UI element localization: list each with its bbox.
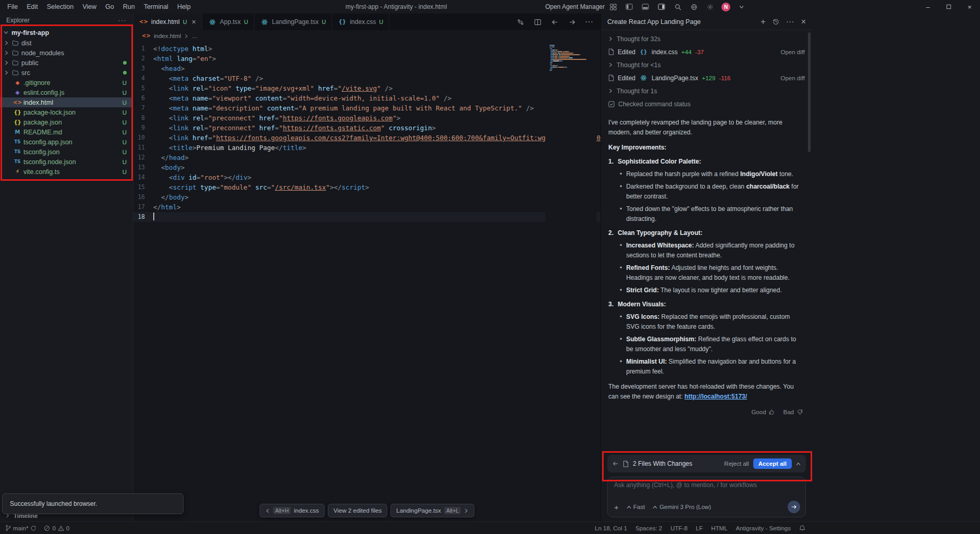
status-item[interactable]: LF	[696, 525, 703, 531]
send-button[interactable]	[788, 501, 800, 513]
code-line[interactable]: 11 <title>Premium Landing Page</title>	[133, 143, 601, 153]
code-line[interactable]: 18	[133, 212, 601, 222]
explorer-root-folder[interactable]: my-first-app	[0, 27, 133, 38]
tab-LandingPage.tsx[interactable]: LandingPage.tsxU	[254, 14, 332, 30]
explorer-item-package.json[interactable]: {}package.jsonU	[0, 117, 133, 127]
explorer-item-.gitignore[interactable]: ◆.gitignoreU	[0, 78, 133, 88]
navigate-forward-icon[interactable]	[567, 17, 577, 27]
breadcrumb-item-file[interactable]: index.html	[154, 33, 181, 39]
explorer-item-README.md[interactable]: MREADME.mdU	[0, 127, 133, 137]
layout-panel-bottom-icon[interactable]	[641, 2, 650, 11]
code-line[interactable]: 15 <script type="module" src="/src/main.…	[133, 182, 601, 192]
new-conversation-icon[interactable]: +	[761, 17, 765, 27]
git-branch-indicator[interactable]: main*	[5, 525, 36, 531]
menu-view[interactable]: View	[78, 2, 101, 11]
breadcrumb-ellipsis[interactable]: ...	[192, 33, 197, 39]
more-actions-icon[interactable]: ···	[118, 17, 127, 24]
minimap[interactable]	[545, 44, 596, 521]
problems-indicator[interactable]: 0 0	[44, 525, 69, 531]
search-icon[interactable]	[673, 2, 682, 11]
code-line[interactable]: 12 </head>	[133, 153, 601, 163]
code-line[interactable]: 5 <link rel="icon" type="image/svg+xml" …	[133, 83, 601, 93]
explorer-item-public[interactable]: public	[0, 58, 133, 68]
history-icon[interactable]	[773, 17, 779, 27]
more-actions-icon[interactable]: ···	[786, 17, 794, 27]
code-line[interactable]: 14 <div id="root"></div>	[133, 172, 601, 182]
open-diff-button[interactable]: Open diff	[781, 75, 805, 81]
menu-run[interactable]: Run	[119, 2, 139, 11]
feedback-bad-button[interactable]: Bad	[783, 409, 803, 415]
scrollbar-thumb[interactable]	[808, 32, 811, 152]
globe-icon[interactable]	[689, 2, 699, 11]
prev-file-chip[interactable]: Alt+H index.css	[260, 504, 325, 517]
layout-panel-right-icon[interactable]	[657, 2, 666, 11]
navigate-back-icon[interactable]	[550, 17, 559, 27]
bell-icon[interactable]	[799, 525, 805, 531]
edited-file-row[interactable]: EditedLandingPage.tsx+129-116Open diff	[601, 71, 812, 84]
explorer-item-eslint.config.js[interactable]: ◈eslint.config.jsU	[0, 88, 133, 97]
chevron-up-icon[interactable]	[796, 462, 801, 466]
model-selector[interactable]: Gemini 3 Pro (Low)	[653, 504, 711, 510]
code-line[interactable]: 3 <head>	[133, 64, 601, 73]
accept-all-button[interactable]: Accept all	[753, 458, 792, 469]
status-item[interactable]: UTF-8	[670, 525, 688, 531]
menu-go[interactable]: Go	[101, 2, 118, 11]
code-line[interactable]: 6 <meta name="viewport" content="width=d…	[133, 93, 601, 103]
add-context-button[interactable]: +	[614, 503, 619, 511]
tab-index.html[interactable]: <>index.htmlU×	[133, 14, 202, 30]
explorer-item-package-lock.json[interactable]: {}package-lock.jsonU	[0, 107, 133, 117]
thought-row[interactable]: Thought for <1s	[601, 58, 812, 71]
agent-input-container[interactable]: + Fast Gemini 3 Pro (Low)	[607, 477, 806, 517]
code-line[interactable]: 7 <meta name="description" content="A pr…	[133, 103, 601, 113]
code-editor[interactable]: 1<!doctype html>2<html lang="en">3 <head…	[133, 42, 601, 521]
edited-file-row[interactable]: Edited{}index.css+44-37Open diff	[601, 45, 812, 58]
reject-all-button[interactable]: Reject all	[724, 461, 749, 467]
explorer-item-src[interactable]: src	[0, 68, 133, 78]
compare-changes-icon[interactable]	[516, 17, 525, 27]
explorer-item-node_modules[interactable]: node_modules	[0, 48, 133, 58]
tab-index.css[interactable]: {}index.cssU	[332, 14, 389, 30]
command-status-row[interactable]: Checked command status	[601, 97, 812, 110]
agent-input[interactable]	[614, 481, 799, 501]
explorer-item-dist[interactable]: dist	[0, 38, 133, 48]
open-diff-button[interactable]: Open diff	[781, 49, 805, 55]
code-line[interactable]: 9 <link rel="preconnect" href="https://f…	[133, 123, 601, 133]
close-window-button[interactable]: ×	[959, 0, 980, 14]
status-item[interactable]: HTML	[711, 525, 727, 531]
thought-row[interactable]: Thought for 32s	[601, 32, 812, 45]
localhost-link[interactable]: http://localhost:5173/	[684, 393, 747, 400]
split-editor-icon[interactable]	[533, 17, 542, 27]
code-line[interactable]: 8 <link rel="preconnect" href="https://f…	[133, 113, 601, 123]
code-line[interactable]: 4 <meta charset="UTF-8" />	[133, 73, 601, 83]
close-icon[interactable]: ×	[801, 17, 806, 27]
explorer-item-tsconfig.node.json[interactable]: TStsconfig.node.jsonU	[0, 157, 133, 167]
code-line[interactable]: 17</html>	[133, 202, 601, 212]
explorer-item-tsconfig.app.json[interactable]: TStsconfig.app.jsonU	[0, 137, 133, 147]
feedback-good-button[interactable]: Good	[751, 409, 775, 415]
status-item[interactable]: Ln 18, Col 1	[595, 525, 627, 531]
code-line[interactable]: 1<!doctype html>	[133, 44, 601, 54]
explorer-item-tsconfig.json[interactable]: TStsconfig.jsonU	[0, 147, 133, 157]
explorer-item-index.html[interactable]: <>index.htmlU	[0, 97, 133, 107]
code-line[interactable]: 2<html lang="en">	[133, 54, 601, 64]
back-arrow-icon[interactable]	[612, 461, 619, 467]
layout-panel-left-icon[interactable]	[624, 2, 634, 11]
thought-row[interactable]: Thought for 1s	[601, 84, 812, 97]
code-line[interactable]: 13 <body>	[133, 163, 601, 172]
menu-edit[interactable]: Edit	[22, 2, 42, 11]
tab-App.tsx[interactable]: App.tsxU	[202, 14, 254, 30]
more-actions-icon[interactable]: ···	[584, 17, 594, 27]
status-item[interactable]: Antigravity - Settings	[736, 525, 791, 531]
account-avatar[interactable]: N	[721, 3, 730, 11]
menu-selection[interactable]: Selection	[43, 2, 78, 11]
code-line[interactable]: 16 </body>	[133, 192, 601, 202]
view-edited-files-chip[interactable]: View 2 edited files	[328, 504, 387, 517]
open-agent-manager-button[interactable]: Open Agent Manager	[545, 2, 618, 11]
close-icon[interactable]: ×	[192, 18, 196, 26]
chevron-down-icon[interactable]	[737, 2, 746, 11]
maximize-button[interactable]	[938, 0, 959, 14]
mode-selector[interactable]: Fast	[627, 504, 645, 510]
menu-terminal[interactable]: Terminal	[140, 2, 173, 11]
gear-icon[interactable]	[705, 2, 715, 11]
minimize-button[interactable]: –	[917, 0, 938, 14]
